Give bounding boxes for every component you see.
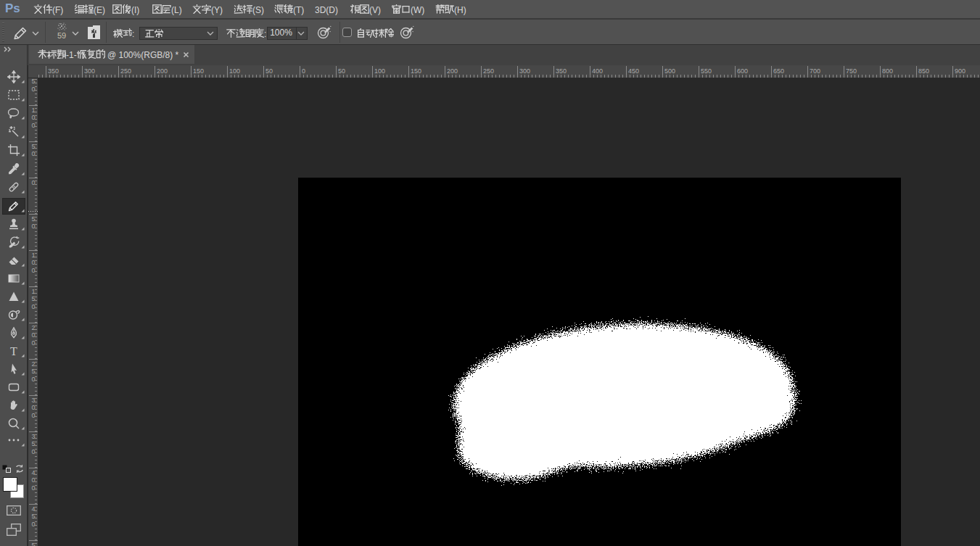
svg-text:T: T [10, 345, 17, 357]
